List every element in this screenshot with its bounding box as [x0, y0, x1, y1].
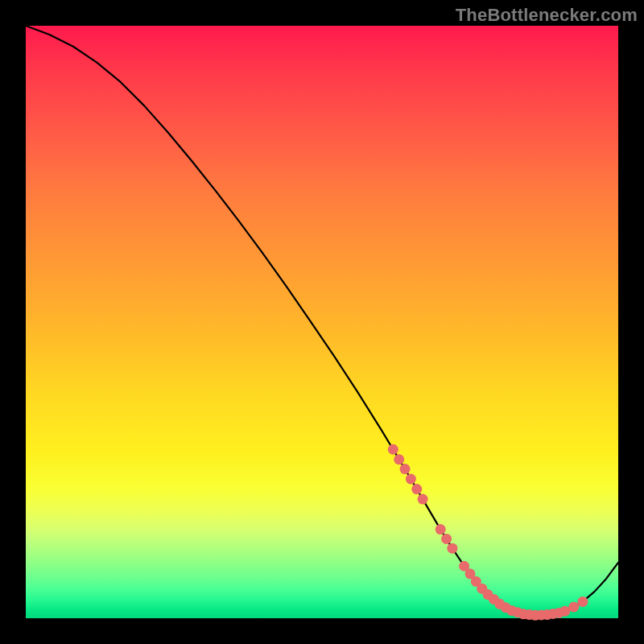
data-point [447, 543, 457, 554]
data-point [568, 602, 579, 613]
data-point [577, 597, 588, 607]
data-point [400, 464, 411, 474]
data-points-group [388, 444, 588, 621]
data-point [394, 454, 404, 464]
data-point [559, 606, 570, 617]
data-point [418, 494, 428, 505]
data-point [436, 524, 446, 535]
plot-area [26, 26, 618, 618]
data-point [441, 534, 452, 544]
bottleneck-curve [26, 26, 618, 615]
data-point [406, 474, 416, 485]
data-point [388, 444, 398, 455]
watermark-text: TheBottlenecker.com [456, 5, 638, 26]
chart-svg [26, 26, 618, 618]
data-point [411, 484, 422, 494]
chart-frame: TheBottlenecker.com [0, 0, 644, 644]
